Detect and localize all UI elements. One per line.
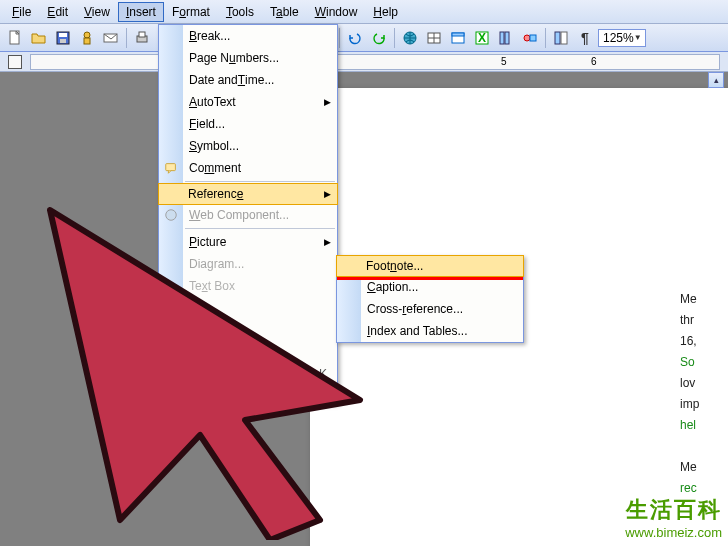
menu-view[interactable]: View (76, 2, 118, 22)
svg-point-30 (524, 35, 530, 41)
tab-selector[interactable] (0, 52, 30, 72)
svg-rect-34 (166, 164, 176, 171)
drawing-icon[interactable] (519, 27, 541, 49)
undo-icon[interactable] (344, 27, 366, 49)
svg-point-4 (84, 32, 90, 38)
submenu-arrow-icon: ▶ (324, 97, 331, 107)
svg-rect-2 (59, 33, 67, 37)
menu-field[interactable]: Field... (159, 113, 337, 135)
svg-rect-28 (500, 32, 504, 44)
menu-edit[interactable]: Edit (39, 2, 76, 22)
print-icon[interactable] (131, 27, 153, 49)
svg-rect-31 (530, 35, 536, 41)
new-doc-icon[interactable] (4, 27, 26, 49)
menu-separator (185, 181, 335, 182)
watermark-url: www.bimeiz.com (625, 525, 722, 540)
save-icon[interactable] (52, 27, 74, 49)
svg-rect-8 (139, 32, 145, 37)
svg-rect-25 (452, 33, 464, 36)
chevron-down-icon: ▼ (634, 33, 642, 42)
excel-icon[interactable]: X (471, 27, 493, 49)
svg-text:X: X (478, 31, 486, 45)
permission-icon[interactable] (76, 27, 98, 49)
email-icon[interactable] (100, 27, 122, 49)
menu-help[interactable]: Help (365, 2, 406, 22)
svg-rect-5 (84, 38, 90, 44)
redo-icon[interactable] (368, 27, 390, 49)
menu-autotext[interactable]: AutoText▶ (159, 91, 337, 113)
submenu-arrow-icon: ▶ (324, 189, 331, 199)
insert-table-icon[interactable] (447, 27, 469, 49)
menu-file[interactable]: File (4, 2, 39, 22)
comment-icon (163, 160, 179, 176)
cursor-annotation (30, 200, 390, 543)
menu-comment[interactable]: Comment (159, 157, 337, 179)
tables-borders-icon[interactable] (423, 27, 445, 49)
menu-break[interactable]: Break... (159, 25, 337, 47)
doc-map-icon[interactable] (550, 27, 572, 49)
menu-table[interactable]: Table (262, 2, 307, 22)
scroll-up-button[interactable]: ▴ (708, 72, 724, 88)
watermark: 生活百科 www.bimeiz.com (625, 495, 722, 540)
menu-tools[interactable]: Tools (218, 2, 262, 22)
toolbar: ABC X ¶ 125%▼ (0, 24, 728, 52)
svg-rect-3 (60, 39, 66, 43)
menu-page-numbers[interactable]: Page Numbers... (159, 47, 337, 69)
menu-symbol[interactable]: Symbol... (159, 135, 337, 157)
open-icon[interactable] (28, 27, 50, 49)
menu-date-time[interactable]: Date and Time... (159, 69, 337, 91)
menu-window[interactable]: Window (307, 2, 366, 22)
toolbar-separator (394, 28, 395, 48)
zoom-combo[interactable]: 125%▼ (598, 29, 646, 47)
show-marks-icon[interactable]: ¶ (574, 27, 596, 49)
toolbar-separator (126, 28, 127, 48)
toolbar-separator (339, 28, 340, 48)
columns-icon[interactable] (495, 27, 517, 49)
menubar: File Edit View Insert Format Tools Table… (0, 0, 728, 24)
ruler-row: 5 6 (0, 52, 728, 72)
horizontal-ruler[interactable]: 5 6 (30, 54, 720, 70)
svg-rect-33 (561, 32, 567, 44)
zoom-value: 125% (603, 31, 634, 45)
menu-insert[interactable]: Insert (118, 2, 164, 22)
menu-format[interactable]: Format (164, 2, 218, 22)
svg-rect-32 (555, 32, 560, 44)
svg-rect-29 (505, 32, 509, 44)
watermark-text: 生活百科 (625, 495, 722, 525)
hyperlink-icon[interactable] (399, 27, 421, 49)
toolbar-separator (545, 28, 546, 48)
